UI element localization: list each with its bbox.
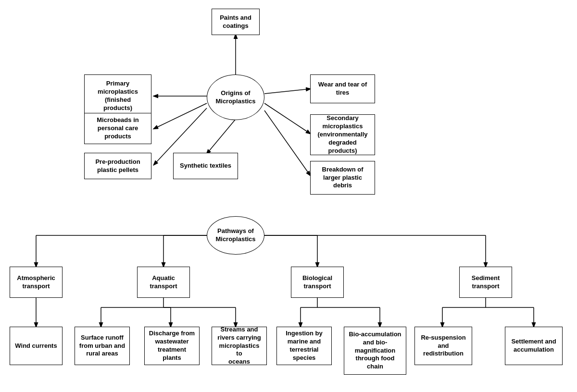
svg-line-5 — [207, 119, 236, 154]
surface-box: Surface runoff from urban and rural area… — [75, 327, 130, 365]
settlement-box: Settlement and accumulation — [505, 327, 563, 365]
wear-box: Wear and tear of tires — [310, 74, 375, 103]
atmospheric-box: Atmospheric transport — [10, 267, 63, 298]
ingestion-box: Ingestion by marine and terrestrial spec… — [276, 327, 332, 365]
pathways-oval: Pathways of Microplastics — [207, 216, 264, 255]
svg-line-7 — [264, 103, 310, 134]
biological-box: Biological transport — [291, 267, 344, 298]
primary-box: Primary microplastics (finished products… — [84, 74, 151, 118]
microbeads-box: Microbeads in personal care products — [84, 113, 151, 144]
secondary-box: Secondary microplastics (environmentally… — [310, 114, 375, 155]
preproduction-box: Pre-production plastic pellets — [84, 153, 151, 179]
svg-line-8 — [264, 110, 310, 175]
breakdown-box: Breakdown of larger plastic debris — [310, 161, 375, 195]
resuspension-box: Re-suspension and redistribution — [414, 327, 472, 365]
synthetic-box: Synthetic textiles — [173, 153, 238, 179]
paints-box: Paints and coatings — [212, 9, 260, 35]
streams-box: Streams and rivers carrying microplastic… — [212, 327, 267, 365]
discharge-box: Discharge from wastewater treatment plan… — [144, 327, 200, 365]
svg-line-3 — [154, 103, 207, 129]
svg-line-6 — [264, 89, 310, 94]
origins-oval: Origins of Microplastics — [207, 74, 264, 120]
sediment-box: Sediment transport — [459, 267, 512, 298]
bioaccumulation-box: Bio-accumulation and bio- magnification … — [344, 327, 406, 375]
diagram-container: Paints and coatings Origins of Microplas… — [0, 0, 577, 392]
aquatic-box: Aquatic transport — [137, 267, 190, 298]
wind-box: Wind currents — [10, 327, 63, 365]
